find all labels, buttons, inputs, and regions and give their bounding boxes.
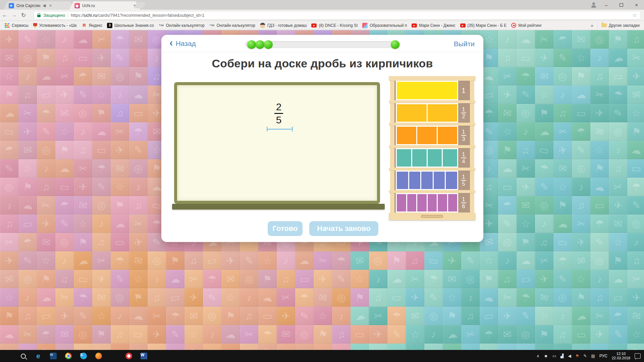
people-icon[interactable]: ☻ <box>544 354 548 358</box>
wifi-icon[interactable]: ▟ <box>560 354 564 358</box>
refresh-icon[interactable]: ↻ <box>19 12 28 19</box>
tab-close-icon[interactable]: × <box>48 3 53 8</box>
doodle-icon: ▭ <box>483 89 495 101</box>
doodle-icon: ☁ <box>539 348 549 350</box>
brick-1-4[interactable] <box>412 149 427 167</box>
bookmark-item[interactable]: Онлайн калькулятор <box>207 22 258 29</box>
taskbar-app-button[interactable] <box>4 352 12 360</box>
bookmark-item[interactable]: Успеваемость - «Шк <box>31 22 79 29</box>
mosaic-tile: ✈ <box>609 196 627 215</box>
doodle-icon: ✉ <box>23 144 33 155</box>
bookmark-item[interactable]: (8) DNCE - Kissing St <box>309 22 360 29</box>
mosaic-tile: ✈ <box>74 178 92 196</box>
brick-1-2[interactable] <box>428 104 458 122</box>
mosaic-tile: ♫ <box>590 288 609 307</box>
taskbar-app-button[interactable] <box>34 352 42 360</box>
doodle-icon: ☆ <box>41 34 51 45</box>
mosaic-tile: ✂ <box>129 215 148 233</box>
mosaic-tile: ☁ <box>0 325 18 344</box>
brick-1-6[interactable] <box>428 194 437 212</box>
taskbar-app-button[interactable] <box>140 352 148 360</box>
taskbar-app-button[interactable] <box>49 352 57 360</box>
bookmark-item[interactable]: Образовательный п <box>360 22 409 29</box>
mosaic-tile: ◎ <box>240 270 258 288</box>
bookmark-item[interactable]: Онлайн калькулятор <box>156 22 207 29</box>
bookmark-item[interactable]: Школьные Знания.со <box>105 22 156 29</box>
brick-1-6[interactable] <box>407 194 417 212</box>
brick-1-3[interactable] <box>417 127 437 144</box>
mosaic-tile: ♫ <box>609 159 627 178</box>
flag-icon[interactable]: ⚑ <box>576 354 579 358</box>
back-nav-icon[interactable]: ← <box>0 12 9 18</box>
tab-audio-icon[interactable] <box>43 4 46 7</box>
bookmark-star-icon[interactable] <box>633 12 637 18</box>
mosaic-tile: ♫ <box>277 270 295 288</box>
tab-uchi-ru[interactable]: Uchi.ru × <box>69 1 140 10</box>
doodle-icon: ♫ <box>485 182 493 192</box>
restore-button[interactable] <box>614 0 629 10</box>
forward-nav-icon[interactable]: → <box>9 12 19 18</box>
doodle-icon: ☂ <box>484 108 494 118</box>
exit-link[interactable]: Выйти <box>454 40 475 48</box>
bookmark-item[interactable]: Мари Сенн - Джинс <box>409 22 458 29</box>
brick-1-2[interactable] <box>397 104 427 122</box>
clock[interactable]: 12:10 22.03.2018 <box>612 352 630 360</box>
doodle-icon: ♪ <box>209 329 215 340</box>
brick-1-5[interactable] <box>409 172 421 189</box>
other-bookmarks-button[interactable]: Другие закладки <box>599 22 642 29</box>
mosaic-tile: ▭ <box>18 215 37 233</box>
mosaic-tile: ✉ <box>129 251 148 270</box>
brick-1-4[interactable] <box>443 149 457 167</box>
brick-1-4[interactable] <box>397 149 411 167</box>
mosaic-tile: ✎ <box>111 270 129 288</box>
close-button[interactable]: × <box>629 0 644 10</box>
language-indicator[interactable]: РУС <box>599 354 607 358</box>
brick-1-6[interactable] <box>438 194 447 212</box>
tab-olya-sargsyan[interactable]: Оля Саргсян × <box>3 1 74 10</box>
system-tray: ∧☻▭▟◀⚑✎▤ РУС 12:10 22.03.2018 <box>536 352 644 360</box>
address-bar[interactable]: Защищено https://uchi.ru/cards/7941?reco… <box>34 11 641 19</box>
bookmark-item[interactable]: Яндекс <box>79 22 105 29</box>
bookmarks-overflow-icon[interactable]: » <box>588 23 596 28</box>
profile-avatar-icon[interactable] <box>590 2 597 8</box>
minimize-button[interactable]: – <box>599 0 614 10</box>
restart-button[interactable]: Начать заново <box>309 221 378 236</box>
back-link[interactable]: Назад <box>169 39 196 48</box>
brick-1-4[interactable] <box>428 149 442 167</box>
brick-1-6[interactable] <box>417 194 427 212</box>
pen-icon[interactable]: ✎ <box>584 354 587 358</box>
volume-icon[interactable]: ◀ <box>568 354 571 358</box>
battery-icon[interactable]: ▭ <box>552 354 556 358</box>
taskbar-app-button[interactable] <box>110 352 118 360</box>
taskbar-app-button[interactable] <box>79 352 88 360</box>
mosaic-tile: ✉ <box>517 196 535 215</box>
done-button[interactable]: Готово <box>268 221 303 236</box>
bookmark-item[interactable]: Мой рейтинг <box>509 22 544 29</box>
mosaic-tile: ♪ <box>111 85 129 104</box>
taskbar-app-button[interactable] <box>95 352 103 360</box>
brick-1-6[interactable] <box>397 194 406 212</box>
taskbar-app-button[interactable] <box>125 352 133 360</box>
brick-1-1[interactable] <box>397 82 457 99</box>
keyboard-icon[interactable]: ▤ <box>591 354 595 358</box>
bookmark-item[interactable]: Сервисы <box>2 22 31 29</box>
action-center-icon[interactable] <box>635 353 641 359</box>
hidden-icons-chevron-icon[interactable]: ∧ <box>536 354 539 358</box>
bookmark-item[interactable]: ГДЗ - готовые домаш <box>258 22 309 29</box>
bookmark-item[interactable]: (35) Мари Сенн - Б Е <box>458 22 509 29</box>
brick-1-5[interactable] <box>397 172 408 189</box>
mosaic-tile: ♫ <box>74 141 92 159</box>
brick-1-3[interactable] <box>397 127 416 144</box>
mosaic-tile: ♪ <box>590 49 609 67</box>
doodle-icon: ◎ <box>41 144 51 156</box>
chalkboard[interactable] <box>174 82 380 204</box>
brick-1-5[interactable] <box>434 172 445 189</box>
brick-1-5[interactable] <box>446 172 457 189</box>
doodle-icon: ✉ <box>281 329 290 340</box>
brick-1-3[interactable] <box>438 127 457 144</box>
taskbar-app-button[interactable] <box>64 352 72 360</box>
mosaic-tile: ✎ <box>332 270 351 288</box>
brick-1-6[interactable] <box>448 194 458 212</box>
brick-1-5[interactable] <box>421 172 433 189</box>
taskbar-app-button[interactable] <box>19 352 27 360</box>
